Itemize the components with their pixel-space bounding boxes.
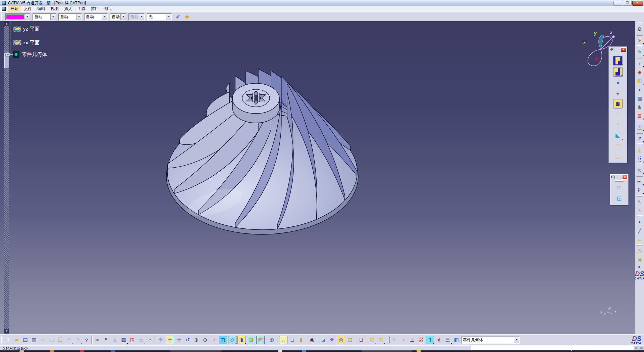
scroll-down-arrow[interactable]: ▼	[4, 329, 9, 334]
viewport-3d[interactable]: ▲ ▼ yz 平面zx 平面+✺零件几何体 x y z x y z 基..x▛	[0, 21, 635, 334]
close-icon[interactable]: x	[622, 175, 628, 180]
hidden-edges-icon[interactable]: ◩	[256, 336, 265, 344]
cut-icon[interactable]: ✂	[39, 336, 47, 344]
thickness-icon[interactable]: ▨	[636, 94, 644, 102]
thread-analysis-icon[interactable]: ▤	[346, 336, 354, 344]
menu-item-5[interactable]: 工具	[75, 6, 88, 12]
loft-icon[interactable]: ◠	[613, 141, 622, 150]
removed-loft-icon[interactable]: ◡	[613, 152, 622, 161]
parameter-icon[interactable]: ♟	[111, 336, 119, 344]
menu-item-0[interactable]: 开始	[8, 6, 21, 12]
chamfer-icon[interactable]: ◆	[636, 68, 644, 76]
fly-mode-icon[interactable]: ✈	[157, 336, 165, 344]
maximize-button[interactable]: ❐	[623, 1, 632, 6]
shading-style-icon[interactable]: ▮	[237, 336, 246, 344]
curvature-analysis-icon[interactable]: ❖	[328, 336, 336, 344]
graphic-combo-1[interactable]: 自动▼	[58, 13, 82, 20]
fit-all-in-icon[interactable]: ✛	[166, 336, 174, 344]
point-icon[interactable]: ▪	[636, 218, 644, 226]
tap-analysis-icon[interactable]: ◎	[337, 336, 345, 344]
normal-view-icon[interactable]: ↗	[210, 336, 218, 344]
compass-free-rotation-handle[interactable]	[612, 36, 615, 38]
plane-icon[interactable]: ▱	[636, 235, 644, 243]
measure-item-icon[interactable]: ⊐	[288, 336, 296, 344]
graphic-combo-0[interactable]: 自动▼	[33, 13, 56, 20]
menu-item-4[interactable]: 插入	[61, 6, 75, 12]
groove-icon[interactable]: ◒	[613, 89, 622, 97]
text-annotation-icon[interactable]: ABC	[636, 178, 644, 185]
catalog-icon[interactable]: ◉	[636, 256, 644, 263]
tree-item-2[interactable]: +✺零件几何体	[5, 50, 47, 59]
dynamic-sectioning-icon[interactable]: ⊔	[357, 336, 365, 344]
toolbar-grip[interactable]	[1, 14, 3, 20]
tree-expander-icon[interactable]: +	[5, 52, 10, 57]
mean-dimensions-icon[interactable]: 10,1 10,0	[417, 336, 425, 344]
knowledge-book-icon[interactable]: ◧	[452, 336, 460, 344]
shading-edges-icon[interactable]: ◪	[247, 336, 255, 344]
pocket-icon[interactable]: ▟	[613, 67, 623, 77]
scaling-icon[interactable]: ⊛	[636, 166, 644, 174]
scroll-up-arrow[interactable]: ▲	[4, 21, 9, 26]
measure-arrow-icon[interactable]: ⇖	[636, 198, 644, 206]
graphic-combo-4[interactable]: 自动▼	[128, 13, 145, 20]
pan-icon[interactable]: ✛	[175, 336, 183, 344]
close-icon[interactable]: x	[621, 47, 626, 52]
insert-body-icon[interactable]: ▯	[426, 336, 434, 344]
painter-wizard-icon[interactable]: ✾	[183, 13, 191, 21]
pad-icon[interactable]: ▛	[613, 56, 623, 65]
relations-icon[interactable]: ◳	[128, 336, 136, 344]
tree-scrollbar[interactable]: ▲ ▼	[4, 21, 9, 334]
paste-icon[interactable]: ❐	[56, 336, 64, 344]
redo-icon[interactable]: ↷	[74, 336, 82, 344]
print-icon[interactable]: ▥	[30, 336, 38, 344]
equivalent-dimensions-icon[interactable]: }=	[146, 336, 154, 344]
current-body-combo[interactable]: 零件几何体▼	[461, 337, 520, 344]
status-aux-button-1[interactable]: ▤	[633, 346, 639, 351]
translation-icon[interactable]: ↗	[636, 135, 644, 142]
update-all-icon[interactable]: ↻	[391, 336, 398, 344]
whats-this-icon[interactable]: ?	[83, 336, 90, 344]
save-icon[interactable]: ▤	[21, 336, 29, 344]
constraint-dialog-icon[interactable]: ⊞	[615, 184, 624, 192]
rib-icon[interactable]: ◜	[613, 110, 622, 119]
edge-fillet-icon[interactable]: ◗	[636, 59, 644, 67]
copy-icon[interactable]: ❏	[48, 336, 55, 344]
more-tools-chevron[interactable]: »	[637, 266, 642, 268]
menu-item-6[interactable]: 窗口	[88, 6, 102, 12]
sketcher-icon[interactable]: ✎	[636, 48, 644, 56]
draft-angle-icon[interactable]: ◧	[636, 77, 644, 85]
tools-palette-icon[interactable]: ⚙	[636, 25, 644, 33]
minimize-button[interactable]: ─	[613, 1, 622, 6]
view-rotation-icon[interactable]: ◍	[268, 336, 276, 344]
isometric-view-icon[interactable]: ◇	[228, 336, 236, 344]
formula-fx-icon[interactable]: f(x)	[94, 336, 101, 344]
menu-item-2[interactable]: 编辑	[35, 6, 48, 12]
graphic-combo-3[interactable]: 自动▼	[110, 13, 126, 20]
multi-view-icon[interactable]: ◫	[219, 336, 227, 344]
graphic-combo-5[interactable]: 无▼	[147, 13, 172, 20]
painter-icon[interactable]: ✐	[174, 13, 182, 21]
design-table-icon[interactable]: ▦	[120, 336, 127, 344]
graphic-combo-2[interactable]: 自动▼	[84, 13, 108, 20]
current-solid-icon[interactable]: ↯	[435, 336, 443, 344]
manipulation-icon[interactable]: ◔	[399, 336, 407, 344]
undo-icon[interactable]: ↶	[65, 336, 73, 344]
rotate-icon[interactable]: ↺	[184, 336, 192, 344]
slot-icon[interactable]: ◝	[613, 121, 622, 129]
tree-expand-icon[interactable]: ☰	[444, 336, 451, 344]
shell-icon[interactable]: ◖	[636, 86, 644, 93]
rectangular-pattern-icon[interactable]: ⣿	[636, 155, 644, 163]
compass-anchor[interactable]	[595, 57, 598, 60]
constraint-icon[interactable]: ⊡	[615, 194, 624, 203]
line-icon[interactable]: ╱	[636, 227, 644, 234]
open-folder-icon[interactable]: ▰	[13, 336, 20, 344]
shaft-icon[interactable]: ◖	[613, 78, 622, 87]
new-document-icon[interactable]: ▯	[4, 336, 12, 344]
impeller-model[interactable]	[0, 21, 635, 334]
axis-system-icon[interactable]: ⊥	[408, 336, 416, 344]
sew-surface-icon[interactable]: ◰	[636, 123, 644, 131]
menu-item-7[interactable]: 帮助	[102, 6, 115, 12]
close-button[interactable]: ✕	[632, 1, 643, 6]
instantiate-document-icon[interactable]: ◰	[377, 336, 385, 344]
menu-item-1[interactable]: 文件	[21, 6, 35, 12]
